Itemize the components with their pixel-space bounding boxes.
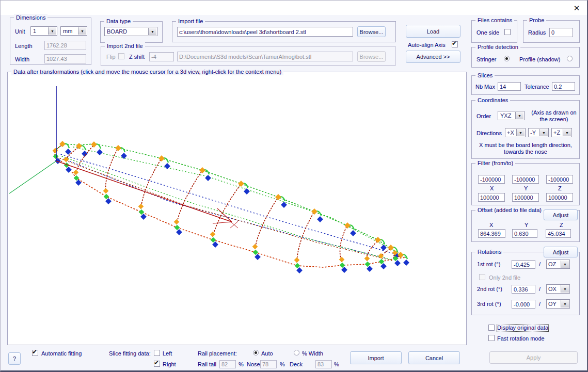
filter-to-x-field[interactable] [478,193,505,202]
only-2nd-label: Only 2nd file [489,274,520,281]
z-shift-field[interactable] [149,52,174,61]
import-file-title: Import file [176,18,205,25]
check-icon: ✔ [154,359,159,366]
rot3-axis-dropdown[interactable]: OY ▼ [546,299,570,309]
chevron-down-icon[interactable]: ▼ [561,285,569,293]
left-checkbox[interactable] [154,350,160,356]
browse-button[interactable]: Browse... [357,26,386,37]
chevron-down-icon[interactable]: ▼ [148,28,156,35]
radius-field[interactable] [549,28,573,37]
one-side-checkbox[interactable] [504,29,511,35]
browse-2nd-button[interactable]: Browse... [357,51,386,62]
filter-x-label: X [490,185,494,192]
chevron-down-icon[interactable]: ▼ [563,129,571,136]
rot3-slash: / [539,301,541,308]
rotations-adjust-button[interactable]: Adjust [544,247,578,257]
offset-z-field[interactable] [546,229,571,238]
board-3d-view[interactable] [8,72,466,345]
nose-field[interactable] [260,360,277,368]
offset-z-label: Z [560,222,563,229]
order-value: YXZ [500,112,511,119]
auto-align-checkbox[interactable]: ✔ [452,41,458,47]
rot1-field[interactable] [512,260,535,269]
only-2nd-checkbox[interactable] [479,274,485,280]
display-original-label: Display original data [497,325,548,331]
right-label: Right [163,361,176,368]
close-icon[interactable]: ✕ [571,3,582,13]
axis-note: (Axis as drawn on the screen) [529,109,579,123]
direction-y-value: -Y [530,130,536,136]
radio-dot [255,351,257,354]
cancel-button[interactable]: Cancel [408,351,460,364]
profile-shadow-radio[interactable] [567,56,573,61]
direction-x-dropdown[interactable]: +X ▼ [505,128,526,137]
nb-max-field[interactable] [498,82,521,91]
filter-to-y-field[interactable] [512,193,539,202]
rail-tail-label: Rail tail [198,361,216,368]
automatic-fitting-checkbox[interactable]: ✔ [32,350,38,356]
slice-fitting-label: Slice fitting data: [109,350,151,357]
x-direction-note: X must be the board length direction, to… [474,142,577,155]
width-field[interactable] [44,54,86,63]
help-button[interactable]: ? [8,352,21,365]
deck-label: Deck [290,361,303,368]
filter-from-x-field[interactable] [478,175,505,184]
offset-y-field[interactable] [512,229,537,238]
pct-width-radio[interactable] [294,350,299,355]
chevron-down-icon[interactable]: ▼ [48,27,56,35]
chevron-down-icon[interactable]: ▼ [561,300,569,308]
import-file-path-field[interactable] [177,27,353,37]
unit-system-value: mm [63,28,72,34]
rail-tail-field[interactable] [219,360,236,368]
direction-y-dropdown[interactable]: -Y ▼ [528,128,549,137]
rot2-field[interactable] [512,285,535,294]
unit-system-dropdown[interactable]: mm ▼ [60,26,87,36]
right-checkbox[interactable]: ✔ [154,361,160,367]
length-label: Length [15,43,33,50]
import-2nd-path-field[interactable] [177,52,353,61]
rot1-axis-dropdown[interactable]: OZ ▼ [546,260,570,269]
length-field[interactable] [44,41,86,50]
tolerance-field[interactable] [552,82,575,91]
stringer-label: Stringer [476,56,497,63]
filter-to-z-field[interactable] [546,193,573,202]
order-dropdown[interactable]: YXZ ▼ [498,111,525,120]
chevron-down-icon[interactable]: ▼ [78,27,86,35]
nose-label: Nose [247,361,260,368]
advanced-button[interactable]: Advanced >> [406,51,460,63]
tail-pct-label: % [239,361,244,368]
deck-field[interactable] [315,360,332,368]
chevron-down-icon[interactable]: ▼ [515,112,523,119]
filter-from-y-field[interactable] [512,175,539,184]
directions-label: Directions [476,130,502,137]
stringer-radio[interactable] [504,56,510,61]
rot1-slash: / [539,261,541,268]
check-icon: ✔ [32,348,37,355]
display-original-checkbox[interactable] [488,325,495,331]
offset-adjust-button[interactable]: Adjust [544,209,578,220]
apply-button[interactable]: Apply [489,351,578,364]
flip-checkbox[interactable] [118,53,124,59]
auto-radio[interactable] [253,350,259,355]
chevron-down-icon[interactable]: ▼ [561,261,569,268]
nose-pct-label: % [280,361,285,368]
data-type-value: BOARD [107,28,127,35]
chevron-down-icon[interactable]: ▼ [539,129,548,136]
dimensions-title: Dimensions [14,14,47,21]
chevron-down-icon[interactable]: ▼ [516,129,525,136]
import-button[interactable]: Import [350,351,402,364]
load-button[interactable]: Load [406,25,460,38]
check-icon: ✔ [452,40,457,47]
unit-scale-dropdown[interactable]: 1 ▼ [30,26,57,36]
rot3-field[interactable] [512,300,535,309]
direction-z-dropdown[interactable]: +Z ▼ [551,128,572,137]
filter-from-z-field[interactable] [546,175,573,184]
order-label: Order [476,113,491,120]
fast-rotation-checkbox[interactable] [488,335,495,341]
unit-scale-value: 1 [33,28,36,34]
viewport-group: Data after transformations (click and mo… [7,72,467,345]
data-type-dropdown[interactable]: BOARD ▼ [104,27,157,36]
profile-detection-title: Profile detection [475,43,520,51]
rot2-axis-dropdown[interactable]: OX ▼ [546,284,570,294]
offset-x-field[interactable] [478,229,505,238]
